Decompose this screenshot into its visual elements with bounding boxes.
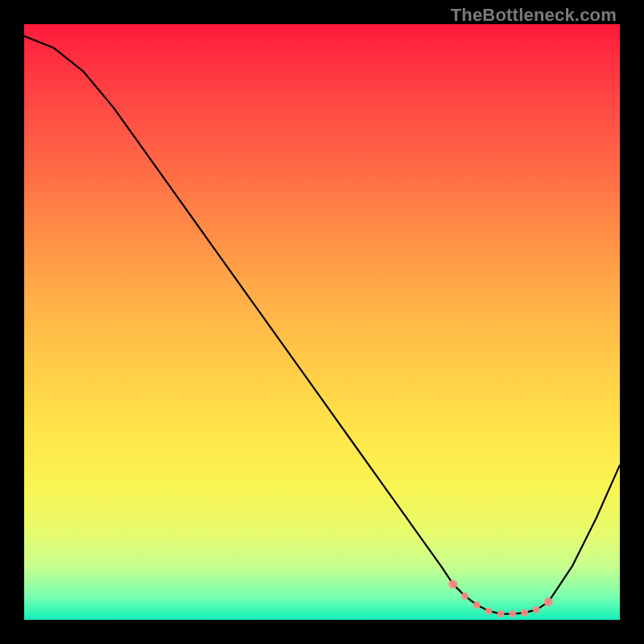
- data-marker: [509, 610, 516, 617]
- bottleneck-curve: [24, 36, 620, 614]
- plot-area: [24, 24, 620, 620]
- data-marker: [461, 592, 469, 600]
- data-marker: [521, 609, 528, 617]
- watermark-text: TheBottleneck.com: [451, 5, 617, 26]
- data-marker: [473, 601, 481, 609]
- data-marker: [448, 580, 457, 588]
- chart-stage: TheBottleneck.com: [0, 0, 644, 644]
- chart-svg: [24, 24, 620, 620]
- data-marker: [497, 610, 505, 617]
- marker-layer: [448, 580, 552, 617]
- data-marker: [533, 606, 540, 613]
- data-marker: [544, 597, 553, 606]
- data-marker: [485, 607, 493, 614]
